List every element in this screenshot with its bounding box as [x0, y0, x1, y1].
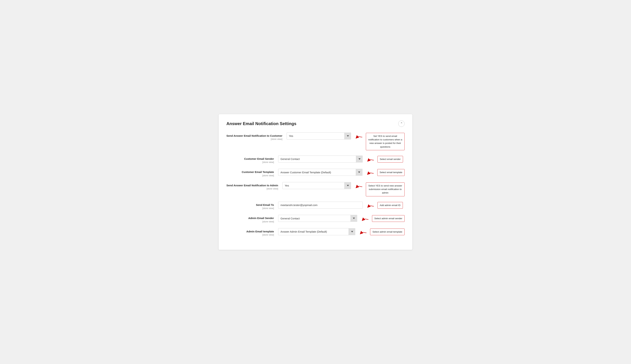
tooltip-area-customer-email-sender: Select email sender: [367, 156, 403, 163]
arrow-icon-send-answer-admin: [355, 182, 364, 190]
label-main-admin-email-sender: Admin Email Sender: [226, 216, 274, 220]
tooltip-area-send-email-to: Add admin email ID: [367, 202, 403, 209]
arrow-icon-send-email-to: [367, 202, 375, 209]
settings-row-customer-email-template: Customer Email Template[store view]Answe…: [226, 169, 405, 177]
select-wrapper-send-answer-customer: Yes: [287, 132, 351, 140]
select-wrapper-admin-email-template: Answer Admin Email Template (Default): [278, 228, 355, 235]
control-admin-email-sender: General Contact: [278, 215, 357, 222]
tooltip-area-customer-email-template: Select email template: [367, 169, 405, 176]
settings-row-customer-email-sender: Customer Email Sender[store view]General…: [226, 156, 405, 164]
label-sub-send-email-to: [store view]: [226, 207, 274, 210]
label-sub-send-answer-admin: [store view]: [226, 187, 278, 190]
label-customer-email-template: Customer Email Template[store view]: [226, 169, 274, 177]
tooltip-box-admin-email-sender: Select admin email sender: [372, 215, 405, 222]
label-sub-admin-email-sender: [store view]: [226, 220, 274, 223]
control-customer-email-sender: General Contact: [278, 156, 363, 162]
arrow-icon-admin-email-sender: [361, 215, 370, 222]
settings-rows: Send Answer Email Notification to Custom…: [226, 132, 405, 236]
label-customer-email-sender: Customer Email Sender[store view]: [226, 156, 274, 164]
collapse-button[interactable]: ⌃: [398, 120, 405, 127]
control-send-email-to: [278, 202, 363, 209]
select-wrapper-customer-email-sender: General Contact: [278, 156, 363, 162]
card-header: Answer Email Notification Settings ⌃: [226, 120, 405, 127]
select-admin-email-sender[interactable]: General Contact: [278, 215, 357, 222]
arrow-icon-send-answer-customer: [355, 133, 364, 140]
select-send-answer-admin[interactable]: Yes: [282, 182, 351, 189]
label-admin-email-template: Admin Email template[store view]: [226, 228, 274, 236]
label-send-answer-admin: Send Answer Email Notification to Admin[…: [226, 182, 278, 190]
control-admin-email-template: Answer Admin Email Template (Default): [278, 228, 355, 235]
settings-row-admin-email-template: Admin Email template[store view]Answer A…: [226, 228, 405, 236]
tooltip-box-send-answer-admin: Select YES to send new answer submission…: [366, 182, 405, 196]
control-send-answer-customer: Yes: [287, 132, 351, 140]
label-sub-customer-email-template: [store view]: [226, 174, 274, 177]
select-wrapper-send-answer-admin: Yes: [282, 182, 351, 189]
settings-row-send-email-to: Send Email To[store view]Add admin email…: [226, 202, 405, 210]
settings-row-send-answer-admin: Send Answer Email Notification to Admin[…: [226, 182, 405, 196]
control-customer-email-template: Answer Customer Email Template (Default): [278, 169, 362, 176]
settings-row-send-answer-customer: Send Answer Email Notification to Custom…: [226, 132, 405, 150]
label-sub-send-answer-customer: [store view]: [226, 138, 282, 140]
select-admin-email-template[interactable]: Answer Admin Email Template (Default): [278, 228, 355, 235]
label-main-send-email-to: Send Email To: [226, 203, 274, 207]
page-title: Answer Email Notification Settings: [226, 121, 296, 126]
arrow-icon-admin-email-template: [359, 228, 368, 236]
label-send-answer-customer: Send Answer Email Notification to Custom…: [226, 132, 282, 140]
label-admin-email-sender: Admin Email Sender[store view]: [226, 215, 274, 223]
select-wrapper-admin-email-sender: General Contact: [278, 215, 357, 222]
arrow-icon-customer-email-sender: [367, 156, 375, 163]
control-send-answer-admin: Yes: [282, 182, 351, 189]
label-main-customer-email-template: Customer Email Template: [226, 170, 274, 174]
select-wrapper-customer-email-template: Answer Customer Email Template (Default): [278, 169, 362, 176]
text-input-send-email-to[interactable]: [278, 202, 363, 209]
tooltip-area-send-answer-admin: Select YES to send new answer submission…: [355, 182, 405, 196]
tooltip-box-admin-email-template: Select admin email template: [370, 228, 405, 235]
tooltip-area-send-answer-customer: Set YES to send email notification to cu…: [355, 132, 405, 150]
tooltip-box-send-answer-customer: Set YES to send email notification to cu…: [366, 133, 405, 150]
select-customer-email-template[interactable]: Answer Customer Email Template (Default): [278, 169, 362, 176]
label-main-customer-email-sender: Customer Email Sender: [226, 157, 274, 160]
tooltip-box-customer-email-template: Select email template: [377, 169, 405, 176]
settings-card: Answer Email Notification Settings ⌃ Sen…: [219, 114, 412, 250]
settings-row-admin-email-sender: Admin Email Sender[store view]General Co…: [226, 215, 405, 223]
tooltip-box-customer-email-sender: Select email sender: [377, 156, 403, 162]
label-main-send-answer-customer: Send Answer Email Notification to Custom…: [226, 134, 282, 138]
label-main-send-answer-admin: Send Answer Email Notification to Admin: [226, 184, 278, 187]
tooltip-area-admin-email-sender: Select admin email sender: [361, 215, 405, 222]
select-send-answer-customer[interactable]: Yes: [287, 132, 351, 140]
label-sub-admin-email-template: [store view]: [226, 234, 274, 236]
arrow-icon-customer-email-template: [367, 169, 375, 176]
tooltip-area-admin-email-template: Select admin email template: [359, 228, 405, 236]
select-customer-email-sender[interactable]: General Contact: [278, 156, 363, 162]
label-main-admin-email-template: Admin Email template: [226, 230, 274, 233]
label-send-email-to: Send Email To[store view]: [226, 202, 274, 210]
tooltip-box-send-email-to: Add admin email ID: [377, 202, 403, 209]
label-sub-customer-email-sender: [store view]: [226, 161, 274, 164]
